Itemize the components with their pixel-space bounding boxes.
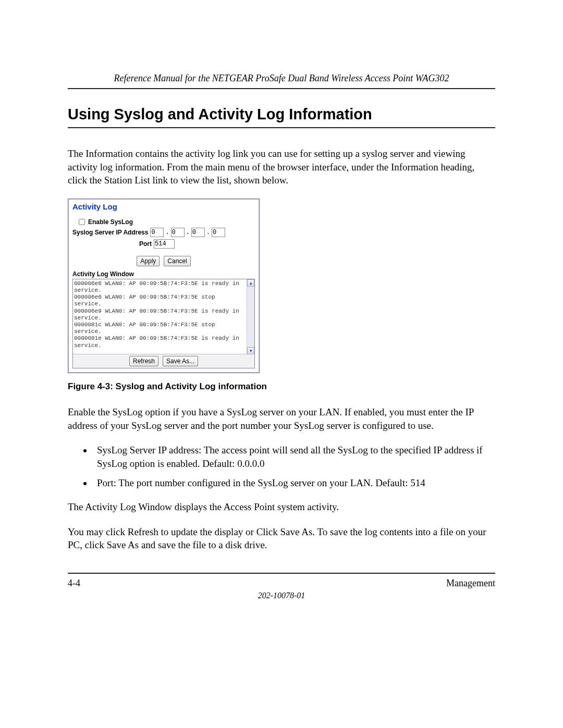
refresh-paragraph: You may click Refresh to update the disp… bbox=[68, 525, 495, 552]
activity-log-text: 000006e6 WLAN0: AP 00:09:5B:74:F3:5E is … bbox=[73, 279, 254, 354]
section-name: Management bbox=[446, 578, 495, 589]
list-item: Port: The port number configured in the … bbox=[93, 476, 495, 490]
cancel-button[interactable]: Cancel bbox=[164, 256, 190, 266]
logwin-paragraph: The Activity Log Window displays the Acc… bbox=[68, 500, 495, 514]
saveas-button[interactable]: Save As... bbox=[163, 356, 198, 366]
enable-paragraph: Enable the SysLog option if you have a S… bbox=[68, 405, 495, 432]
scroll-down-icon[interactable]: ▾ bbox=[247, 347, 254, 354]
port-label: Port bbox=[72, 240, 152, 248]
port-input[interactable] bbox=[154, 239, 175, 249]
figure-caption: Figure 4-3: Syslog and Activity Log info… bbox=[68, 381, 495, 392]
ip-octet-4[interactable] bbox=[212, 228, 225, 237]
running-header: Reference Manual for the NETGEAR ProSafe… bbox=[68, 73, 495, 84]
intro-paragraph: The Information contains the activity lo… bbox=[68, 147, 495, 187]
dot: . bbox=[186, 229, 190, 236]
activity-log-window: 000006e6 WLAN0: AP 00:09:5B:74:F3:5E is … bbox=[72, 279, 255, 368]
ip-octet-2[interactable] bbox=[171, 228, 185, 237]
title-rule bbox=[68, 127, 495, 128]
dot: . bbox=[206, 229, 210, 236]
log-scrollbar[interactable]: ▴ ▾ bbox=[247, 279, 254, 354]
enable-syslog-checkbox[interactable] bbox=[79, 219, 85, 225]
apply-button[interactable]: Apply bbox=[137, 256, 160, 266]
document-number: 202-10078-01 bbox=[68, 591, 495, 600]
footer-rule bbox=[68, 573, 495, 574]
dot: . bbox=[165, 229, 169, 236]
footer-row: 4-4 Management bbox=[68, 578, 495, 589]
refresh-button[interactable]: Refresh bbox=[129, 356, 158, 366]
section-title: Using Syslog and Activity Log Informatio… bbox=[68, 106, 495, 123]
header-rule bbox=[68, 88, 495, 89]
syslog-ip-label: Syslog Server IP Address bbox=[72, 229, 148, 236]
panel-title: Activity Log bbox=[68, 199, 259, 216]
activity-log-panel: Activity Log Enable SysLog Syslog Server… bbox=[68, 199, 260, 373]
ip-octet-3[interactable] bbox=[191, 228, 205, 237]
scroll-up-icon[interactable]: ▴ bbox=[247, 279, 254, 287]
page-number: 4-4 bbox=[68, 578, 80, 589]
bullet-list: SysLog Server IP address: The access poi… bbox=[68, 443, 495, 490]
list-item: SysLog Server IP address: The access poi… bbox=[93, 443, 495, 470]
enable-syslog-label: Enable SysLog bbox=[88, 218, 133, 226]
activity-log-window-header: Activity Log Window bbox=[72, 270, 255, 278]
ip-octet-1[interactable] bbox=[150, 228, 164, 237]
